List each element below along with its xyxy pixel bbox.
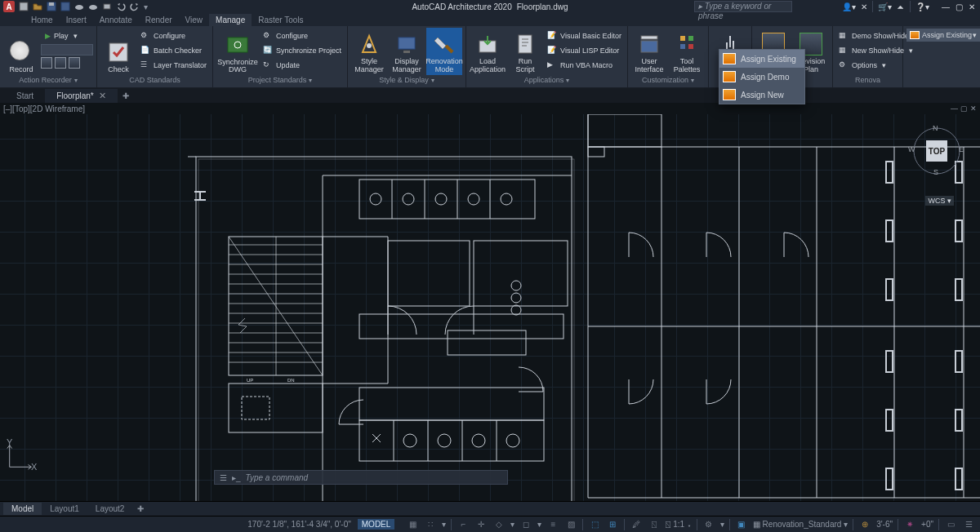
vba-button[interactable]: ▶Run VBA Macro	[545, 59, 624, 72]
app-logo-icon[interactable]: A	[3, 1, 15, 12]
osnap-icon[interactable]: ◻	[519, 518, 532, 531]
sync-project-button[interactable]: 🔄Synchronize Project	[261, 44, 344, 57]
ortho-icon[interactable]: ⌐	[457, 518, 470, 531]
viewcube-top[interactable]: TOP	[926, 140, 947, 162]
new-icon[interactable]	[19, 2, 29, 11]
style-icon	[358, 33, 381, 55]
svg-rect-58	[588, 114, 662, 147]
tab-manage[interactable]: Manage	[209, 14, 252, 26]
workspace-icon[interactable]: ⚙	[702, 518, 715, 531]
angle-value[interactable]: +0"	[921, 520, 933, 529]
vp-minimize-icon[interactable]: —	[951, 104, 958, 113]
signin-icon[interactable]: 👤▾	[842, 2, 856, 11]
viewport-label[interactable]: [–][Top][2D Wireframe] — ▢ ✕	[0, 103, 980, 114]
redo-icon[interactable]	[130, 2, 140, 11]
sync-dwg-button[interactable]: Synchronize DWG	[216, 28, 259, 75]
quick-props-icon[interactable]: ▣	[735, 518, 748, 531]
customize-icon[interactable]: ☰	[962, 518, 975, 531]
wcs-label[interactable]: WCS ▾	[925, 196, 954, 206]
tab-insert[interactable]: Insert	[60, 14, 93, 26]
load-app-button[interactable]: Load Application	[470, 28, 506, 75]
cutplane-icon[interactable]: ✷	[903, 518, 916, 531]
assign-demo-item[interactable]: Assign Demo	[719, 68, 804, 86]
run-script-button[interactable]: Run Script	[507, 28, 543, 75]
add-layout-icon[interactable]: ✚	[132, 503, 149, 515]
scale-display[interactable]: ⍂ 1:1 ▾	[666, 520, 691, 529]
action-icon2[interactable]	[55, 57, 66, 69]
tab-raster-tools[interactable]: Raster Tools	[252, 14, 310, 26]
cloud-save-icon[interactable]	[88, 2, 98, 11]
assign-existing-dropdown[interactable]: Assign Existing▾	[906, 29, 980, 42]
svg-point-42	[438, 434, 451, 447]
action-icon3[interactable]	[69, 57, 80, 69]
dynamic-input-icon[interactable]: ⬚	[588, 518, 601, 531]
renovation-mode-button[interactable]: Renovation Mode	[426, 28, 462, 75]
lineweight-icon[interactable]: ≡	[546, 518, 559, 531]
file-tab-start[interactable]: Start	[5, 90, 45, 102]
help-icon[interactable]: ❔▾	[915, 2, 929, 11]
tab-view[interactable]: View	[179, 14, 210, 26]
snap-icon[interactable]: ∷	[424, 518, 437, 531]
app-exchange-icon[interactable]: ✕	[861, 2, 867, 11]
configure-button[interactable]: ⚙Configure	[138, 29, 209, 42]
elevation-icon[interactable]: ⊕	[858, 518, 871, 531]
layout-tab-layout2[interactable]: Layout2	[87, 503, 133, 515]
vp-maximize-icon[interactable]: ▢	[960, 104, 968, 113]
saveas-icon[interactable]	[60, 2, 70, 11]
update-button[interactable]: ↻Update	[261, 59, 344, 72]
vp-close-icon[interactable]: ✕	[970, 104, 977, 113]
grid-icon[interactable]: ▦	[406, 518, 419, 531]
batch-checker-button[interactable]: 📄Batch Checker	[138, 44, 209, 57]
maximize-icon[interactable]: ▢	[954, 2, 964, 11]
svg-point-37	[511, 281, 521, 290]
transparency-icon[interactable]: ▨	[564, 518, 577, 531]
assign-existing-item[interactable]: Assign Existing	[719, 50, 804, 68]
layout-tab-model[interactable]: Model	[3, 503, 42, 515]
style-manager-button[interactable]: Style Manager	[351, 28, 387, 75]
vbe-button[interactable]: 📝Visual Basic Editor	[545, 29, 624, 42]
tab-annotate[interactable]: Annotate	[93, 14, 139, 26]
undo-icon[interactable]	[116, 2, 126, 11]
assign-new-item[interactable]: Assign New	[719, 86, 804, 104]
drawing-canvas[interactable]: UP DN	[0, 114, 980, 501]
vlisp-button[interactable]: 📝Visual LISP Editor	[545, 44, 624, 57]
model-badge[interactable]: MODEL	[358, 519, 395, 530]
user-interface-button[interactable]: User Interface	[631, 28, 667, 75]
play-button[interactable]: ▶Play▾	[42, 29, 93, 42]
viewcube[interactable]: TOP N S E W	[906, 121, 965, 180]
polar-icon[interactable]: ✛	[474, 518, 488, 531]
command-line[interactable]: ☰ ▸_ Type a command	[214, 470, 508, 485]
cart-icon[interactable]: 🛒▾	[878, 2, 892, 11]
close-tab-icon[interactable]: ✕	[99, 91, 106, 101]
file-tab-floorplan[interactable]: Floorplan*✕	[45, 89, 118, 103]
annoscale-icon[interactable]: ⍂	[648, 518, 661, 531]
layout-tab-layout1[interactable]: Layout1	[42, 503, 87, 515]
open-icon[interactable]	[33, 2, 42, 11]
reno-standard[interactable]: ▦ Renovation_Standard ▾	[753, 520, 848, 529]
action-icon1[interactable]	[41, 57, 52, 69]
selection-cycling-icon[interactable]: ⊞	[606, 518, 619, 531]
record-button[interactable]: Record	[3, 28, 39, 75]
tool-palettes-button[interactable]: Tool Palettes	[669, 28, 705, 75]
tab-home[interactable]: Home	[24, 14, 60, 26]
close-window-icon[interactable]: ✕	[967, 2, 977, 11]
save-icon[interactable]	[47, 2, 56, 11]
minimize-icon[interactable]: —	[941, 2, 951, 11]
search-input[interactable]: ▸ Type a keyword or phrase	[694, 1, 792, 12]
replace-z-icon[interactable]: ▭	[944, 518, 957, 531]
action-dropdown[interactable]	[41, 44, 93, 55]
qat-dropdown-icon[interactable]: ▾	[144, 2, 148, 11]
layer-translator-button[interactable]: ☰Layer Translator	[138, 59, 209, 72]
display-manager-button[interactable]: Display Manager	[389, 28, 425, 75]
elevation-value[interactable]: 3'-6"	[876, 520, 893, 529]
a360-icon[interactable]: ⏶	[897, 2, 905, 11]
new-tab-icon[interactable]: ✚	[118, 91, 134, 100]
check-button[interactable]: Check	[100, 28, 136, 75]
cmd-history-icon[interactable]: ☰	[220, 473, 227, 482]
isodraft-icon[interactable]: ◇	[492, 518, 506, 531]
plot-icon[interactable]	[102, 2, 112, 11]
cloud-open-icon[interactable]	[74, 2, 84, 11]
annotation-icon[interactable]: 🖉	[630, 518, 643, 531]
proj-configure-button[interactable]: ⚙Configure	[261, 29, 344, 42]
tab-render[interactable]: Render	[139, 14, 179, 26]
